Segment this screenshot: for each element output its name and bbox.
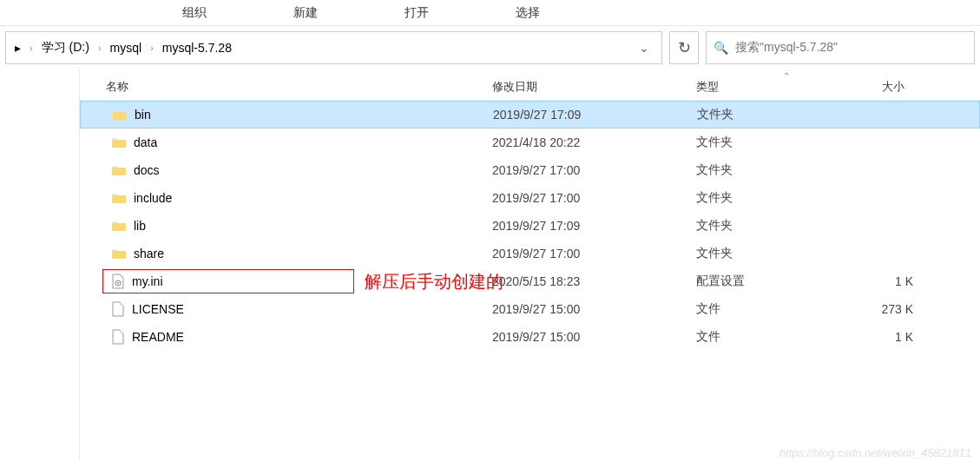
file-type-cell: 配置设置 (696, 274, 835, 289)
breadcrumb-folder-1[interactable]: mysql (107, 41, 146, 55)
folder-icon (111, 192, 127, 204)
file-type-cell: 文件夹 (697, 107, 836, 122)
file-date-cell: 2019/9/27 17:09 (492, 219, 696, 233)
header-size[interactable]: 大小 (835, 79, 922, 95)
header-name[interactable]: 名称 (80, 79, 492, 95)
file-size-cell: 273 K (835, 302, 922, 316)
breadcrumb-root-icon[interactable]: ▸ (11, 41, 24, 55)
table-row[interactable]: bin2019/9/27 17:09文件夹 (80, 101, 980, 129)
file-name-cell: include (80, 191, 492, 205)
file-date-cell: 2019/9/27 15:00 (492, 330, 696, 344)
file-date-cell: 2019/9/27 17:00 (492, 247, 696, 260)
ribbon-tabs: 组织 新建 打开 选择 (0, 0, 980, 26)
file-list: 名称 修改日期 类型 大小 ⌃ bin2019/9/27 17:09文件夹dat… (80, 69, 980, 460)
file-icon (111, 329, 125, 345)
file-type-cell: 文件 (696, 329, 835, 345)
search-input[interactable]: 🔍 搜索"mysql-5.7.28" (706, 31, 975, 64)
column-headers: 名称 修改日期 类型 大小 ⌃ (80, 73, 980, 101)
table-row[interactable]: include2019/9/27 17:00文件夹 (80, 184, 980, 212)
file-name-cell: LICENSE (80, 301, 492, 317)
file-date-cell: 2019/9/27 17:00 (492, 163, 696, 177)
file-date-cell: 2019/9/27 17:09 (493, 108, 697, 122)
file-size-cell: 1 K (835, 330, 922, 344)
config-file-icon (111, 274, 125, 289)
file-name: data (134, 135, 157, 149)
folder-icon (111, 164, 127, 176)
ribbon-tab-new[interactable]: 新建 (250, 5, 361, 21)
file-name-cell: data (80, 135, 492, 149)
table-row[interactable]: LICENSE2019/9/27 15:00文件273 K (80, 295, 980, 323)
file-size-cell: 1 K (835, 274, 922, 288)
watermark: https://blog.csdn.net/weixin_45821811 (779, 446, 971, 459)
chevron-right-icon: › (93, 43, 107, 53)
table-row[interactable]: my.ini2020/5/15 18:23配置设置1 K解压后手动创建的 (80, 267, 980, 295)
sort-indicator-icon: ⌃ (783, 71, 790, 81)
file-name-cell: lib (80, 219, 492, 233)
address-dropdown-icon[interactable]: ⌄ (632, 41, 656, 55)
file-name: my.ini (132, 274, 163, 288)
table-row[interactable]: share2019/9/27 17:00文件夹 (80, 240, 980, 267)
file-date-cell: 2020/5/15 18:23 (492, 274, 696, 288)
header-type[interactable]: 类型 (696, 79, 835, 95)
file-type-cell: 文件夹 (696, 218, 835, 234)
file-name-cell: share (80, 247, 492, 260)
file-name: include (134, 191, 172, 205)
file-date-cell: 2019/9/27 17:00 (492, 191, 696, 205)
file-name: LICENSE (132, 302, 184, 316)
file-name: docs (134, 163, 160, 177)
ribbon-tab-open[interactable]: 打开 (361, 5, 472, 21)
ribbon-tab-select[interactable]: 选择 (472, 5, 583, 21)
file-date-cell: 2019/9/27 15:00 (492, 302, 696, 316)
refresh-button[interactable]: ↻ (669, 31, 699, 64)
svg-point-1 (117, 282, 119, 284)
table-row[interactable]: data2021/4/18 20:22文件夹 (80, 129, 980, 156)
folder-icon (111, 220, 127, 232)
address-row: ▸ › 学习 (D:) › mysql › mysql-5.7.28 ⌄ ↻ 🔍… (5, 31, 975, 64)
search-placeholder: 搜索"mysql-5.7.28" (735, 40, 838, 56)
file-name: lib (134, 219, 146, 233)
chevron-right-icon: › (24, 43, 38, 53)
file-type-cell: 文件 (696, 301, 835, 317)
file-name-cell: README (80, 329, 492, 345)
file-type-cell: 文件夹 (696, 162, 835, 178)
file-name: bin (135, 108, 151, 122)
table-row[interactable]: docs2019/9/27 17:00文件夹 (80, 156, 980, 184)
breadcrumb-drive[interactable]: 学习 (D:) (38, 40, 93, 56)
file-icon (111, 301, 125, 317)
file-type-cell: 文件夹 (696, 135, 835, 150)
file-type-cell: 文件夹 (696, 190, 835, 206)
file-date-cell: 2021/4/18 20:22 (492, 135, 696, 149)
file-name-cell: docs (80, 163, 492, 177)
file-name: share (134, 247, 164, 260)
search-icon: 🔍 (714, 41, 728, 55)
table-row[interactable]: lib2019/9/27 17:09文件夹 (80, 212, 980, 240)
ribbon-tab-organize[interactable]: 组织 (139, 5, 250, 21)
file-name-cell: bin (81, 108, 493, 122)
file-type-cell: 文件夹 (696, 246, 835, 261)
file-name: README (132, 330, 184, 344)
file-name-cell: my.ini (80, 274, 492, 289)
folder-icon (111, 247, 127, 260)
breadcrumb-folder-2[interactable]: mysql-5.7.28 (159, 41, 235, 55)
folder-icon (111, 136, 127, 148)
header-date[interactable]: 修改日期 (492, 79, 696, 95)
address-bar[interactable]: ▸ › 学习 (D:) › mysql › mysql-5.7.28 ⌄ (5, 31, 662, 64)
refresh-icon: ↻ (678, 38, 691, 57)
folder-icon (112, 109, 128, 121)
sidebar (0, 69, 80, 460)
table-row[interactable]: README2019/9/27 15:00文件1 K (80, 323, 980, 351)
chevron-right-icon: › (145, 43, 159, 53)
